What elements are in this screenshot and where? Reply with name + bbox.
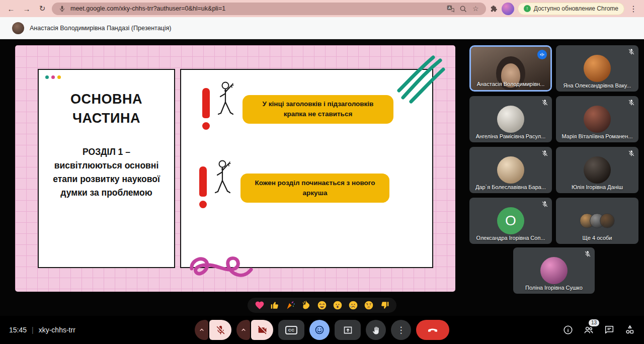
present-icon: [343, 325, 353, 335]
callout-1: У кінці заголовків і підзаголовків крапк…: [243, 95, 393, 124]
reaction-thumbs-down[interactable]: [379, 300, 389, 310]
participant-avatar: [497, 106, 524, 133]
control-bar: 15:45 | xky-chhs-trr: [0, 316, 644, 344]
camera-options-button[interactable]: [236, 320, 250, 340]
callout-2: Кожен розділ починається з нового аркуша: [240, 174, 389, 203]
participant-avatar: [584, 55, 611, 82]
people-button[interactable]: 13: [583, 324, 595, 336]
end-call-icon: [427, 324, 439, 336]
more-options-button[interactable]: ⋮: [391, 320, 411, 340]
participant-tile[interactable]: Анастасія Володимирівн...: [469, 45, 552, 92]
mic-muted-icon: [628, 48, 635, 55]
green-scribble-decoration: [396, 55, 446, 106]
back-icon[interactable]: ←: [5, 3, 17, 15]
participant-tile[interactable]: Яна Олександрівна Ваку...: [556, 45, 638, 92]
participant-tile[interactable]: Юлія Ігорівна Даніш: [556, 147, 638, 193]
participant-name: Поліна Ігорівна Сушко: [516, 285, 592, 291]
present-button[interactable]: [335, 320, 361, 340]
participant-tile[interactable]: Поліна Ігорівна Сушко: [513, 247, 595, 294]
participant-count-badge: 13: [589, 319, 599, 326]
exclamation-figure-icon: [199, 158, 243, 217]
captions-icon: CC: [285, 326, 297, 334]
raise-hand-button[interactable]: [366, 320, 386, 340]
purple-scribble-decoration: [189, 251, 254, 283]
camera-off-button[interactable]: [251, 320, 273, 340]
participant-avatar: [497, 156, 524, 184]
translate-icon[interactable]: A: [446, 5, 455, 13]
mic-muted-icon: [628, 99, 635, 106]
meeting-info: 15:45 | xky-chhs-trr: [9, 316, 75, 344]
slide-body-rest: висвітлюються основні етапи розвитку нау…: [47, 159, 166, 200]
meet-window: ← → ↻ meet.google.com/xky-chhs-trr?authu…: [0, 0, 644, 344]
participants-row: Поліна Ігорівна Сушко: [469, 247, 638, 294]
mic-mute-button[interactable]: [209, 320, 231, 340]
activities-button[interactable]: [624, 324, 636, 336]
smiley-icon: [314, 324, 325, 335]
chat-button[interactable]: [603, 324, 615, 336]
divider: |: [32, 326, 34, 334]
participant-tile[interactable]: Ангеліна Рамісівна Расул...: [469, 96, 552, 142]
slide-left-panel: ОСНОВНА ЧАСТИНА РОЗДІЛ 1 – висвітлюються…: [38, 69, 175, 268]
reaction-clap[interactable]: [301, 300, 311, 310]
bookmark-star-icon[interactable]: ☆: [471, 5, 480, 13]
mic-muted-icon: [541, 150, 548, 157]
exclamation-figure-icon: [202, 80, 246, 138]
slide-body: РОЗДІЛ 1 – висвітлюються основні етапи р…: [39, 145, 174, 200]
end-call-button[interactable]: [416, 320, 449, 340]
reactions-bar: [248, 298, 396, 313]
zoom-icon[interactable]: [459, 5, 467, 13]
chrome-update-icon: ↑: [524, 5, 531, 12]
presenter-banner: Анастасія Володимирівна Пандазі (Презент…: [0, 17, 644, 39]
browser-toolbar: ← → ↻ meet.google.com/xky-chhs-trr?authu…: [0, 0, 644, 17]
profile-avatar[interactable]: [502, 3, 514, 15]
participant-name: Анастасія Володимирівн...: [474, 81, 547, 87]
reaction-thinking[interactable]: [364, 300, 374, 310]
presenter-avatar: [12, 22, 24, 34]
extensions-icon[interactable]: [490, 5, 498, 13]
participant-avatar: [584, 156, 611, 184]
participant-name: Ангеліна Рамісівна Расул...: [472, 133, 549, 139]
reaction-party[interactable]: [286, 300, 296, 310]
address-bar[interactable]: meet.google.com/xky-chhs-trr?authuser=0&…: [52, 3, 486, 15]
mini-avatar: [600, 213, 615, 228]
mic-muted-icon: [541, 99, 548, 106]
camera-control: [236, 320, 273, 340]
captions-button[interactable]: CC: [278, 320, 304, 340]
reaction-laugh[interactable]: [317, 300, 327, 310]
mic-muted-icon: [584, 250, 591, 257]
reaction-thumbs-up[interactable]: [270, 300, 280, 310]
participant-name: Юлія Ігорівна Даніш: [559, 184, 635, 190]
chrome-update-button[interactable]: ↑ Доступно обновление Chrome: [518, 3, 624, 15]
participant-tile[interactable]: Марія Віталіївна Романен...: [556, 96, 638, 142]
participant-name: Ще 4 особи: [559, 235, 635, 241]
audio-indicator: [537, 50, 547, 59]
participant-avatar: O: [497, 207, 524, 234]
reaction-sad[interactable]: [348, 300, 358, 310]
participant-name: Марія Віталіївна Романен...: [559, 133, 635, 139]
reaction-surprised[interactable]: [333, 300, 343, 310]
meeting-stage: ОСНОВНА ЧАСТИНА РОЗДІЛ 1 – висвітлюються…: [0, 39, 644, 344]
participant-avatar: [540, 257, 568, 284]
forward-icon[interactable]: →: [21, 3, 33, 15]
participant-name: Олександра Ігорівна Соп...: [472, 235, 549, 241]
panel-dots: [45, 75, 61, 79]
participant-tile[interactable]: O Олександра Ігорівна Соп...: [469, 198, 552, 244]
mic-muted-icon: [628, 150, 635, 157]
presentation-tile[interactable]: ОСНОВНА ЧАСТИНА РОЗДІЛ 1 – висвітлюються…: [15, 45, 455, 292]
participant-tile[interactable]: Ще 4 особи: [556, 198, 638, 244]
participant-tile[interactable]: Дар`я Болеславівна Бара...: [469, 147, 552, 193]
mic-options-button[interactable]: [195, 320, 208, 340]
browser-menu-icon[interactable]: ⋮: [628, 4, 639, 14]
url-text: meet.google.com/xky-chhs-trr?authuser=0&…: [70, 5, 442, 12]
mic-muted-icon: [541, 201, 548, 208]
info-button[interactable]: [562, 324, 574, 336]
participant-avatar: [584, 106, 611, 133]
participants-grid: Анастасія Володимирівн... Яна Олександрі…: [469, 45, 638, 244]
participant-name: Яна Олександрівна Ваку...: [559, 82, 635, 89]
reactions-button[interactable]: [309, 320, 330, 340]
call-controls: CC ⋮: [195, 320, 449, 340]
reload-icon[interactable]: ↻: [36, 3, 48, 15]
reaction-heart[interactable]: [255, 300, 265, 310]
svg-text:A: A: [448, 6, 451, 10]
participant-name: Дар`я Болеславівна Бара...: [472, 184, 549, 190]
